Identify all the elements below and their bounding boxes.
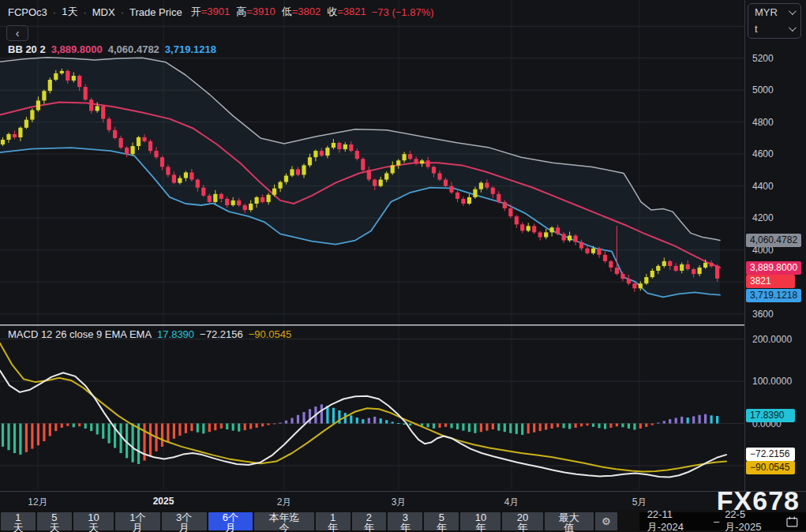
calendar-icon: [786, 516, 798, 527]
time-axis-label[interactable]: 5月: [632, 496, 647, 509]
currency-value: MYR: [755, 6, 778, 18]
bb-basis-badge: 3,889.8000: [746, 261, 801, 275]
price-axis[interactable]: MYR t 5200500048004600440042004000360020…: [744, 0, 806, 491]
back-button[interactable]: ‹: [6, 25, 28, 41]
range-button-1[interactable]: 5天: [37, 512, 72, 530]
time-axis-label[interactable]: 3月: [392, 496, 407, 509]
price-tick-label: 4800: [752, 117, 774, 128]
date-to: 22-5月-2025: [725, 508, 781, 532]
time-axis-label[interactable]: 12月: [28, 496, 47, 509]
candlestick-macd-chart[interactable]: [0, 0, 744, 491]
range-button-13[interactable]: 最大值: [545, 512, 594, 530]
price-tick-label: 5000: [752, 84, 774, 96]
range-button-2[interactable]: 10天: [73, 512, 114, 530]
price-tick-label: 5200: [752, 53, 774, 64]
date-from: 22-11月-2024: [647, 508, 708, 532]
time-axis-label[interactable]: 2025: [153, 496, 174, 507]
range-button-11[interactable]: 10年: [460, 512, 500, 530]
macd-hist-badge: 17.8390: [746, 409, 795, 422]
unit-value: t: [755, 23, 758, 35]
range-button-9[interactable]: 3年: [388, 512, 422, 530]
macd-signal-badge: −90.0545: [746, 461, 795, 474]
range-button-0[interactable]: 1天: [1, 512, 36, 530]
bb-upper-badge: 4,060.4782: [746, 234, 801, 247]
currency-unit-selector: MYR t: [748, 3, 801, 39]
price-tick-label: 4200: [752, 212, 774, 223]
price-tick-label: 4600: [752, 148, 774, 159]
trading-chart-app: FCPOc3 · 1天 · MDX · Trade Price 开=3901高=…: [0, 0, 806, 532]
range-button-6[interactable]: 本年迄今: [254, 512, 313, 530]
settings-button[interactable]: ⚙: [595, 512, 617, 530]
range-button-10[interactable]: 5年: [424, 512, 459, 530]
range-toolbar: 1天5天10天1个月3个月6个月本年迄今1年2年3年5年10年20年最大值 ⚙ …: [0, 511, 806, 532]
date-range-picker[interactable]: 22-11月-2024 – 22-5月-2025: [639, 512, 806, 530]
time-axis-label[interactable]: 2月: [277, 496, 292, 509]
price-tick-label: 4400: [752, 181, 774, 192]
chevron-down-icon: [789, 24, 797, 32]
currency-select[interactable]: MYR: [748, 4, 800, 21]
macd-tick-label: 100.0000: [752, 376, 792, 387]
range-button-3[interactable]: 1个月: [115, 512, 160, 530]
range-button-7[interactable]: 1年: [316, 512, 351, 530]
range-button-5[interactable]: 6个月: [208, 512, 253, 530]
range-button-12[interactable]: 20年: [502, 512, 542, 530]
gear-icon: ⚙: [602, 515, 611, 527]
last-price-badge: 3821: [746, 275, 795, 288]
range-button-4[interactable]: 3个月: [162, 512, 207, 530]
price-tick-label: 3600: [752, 309, 774, 320]
range-button-8[interactable]: 2年: [352, 512, 387, 530]
bb-lower-badge: 3,719.1218: [746, 289, 801, 302]
time-axis-label[interactable]: 4月: [504, 496, 519, 509]
chart-area[interactable]: FCPOc3 · 1天 · MDX · Trade Price 开=3901高=…: [0, 0, 744, 491]
macd-line-badge: −72.2156: [746, 448, 795, 461]
macd-tick-label: 200.0000: [752, 334, 792, 345]
back-icon: ‹: [16, 28, 20, 39]
date-separator: –: [714, 515, 719, 527]
chevron-down-icon: [789, 7, 797, 15]
unit-select[interactable]: t: [748, 21, 800, 37]
